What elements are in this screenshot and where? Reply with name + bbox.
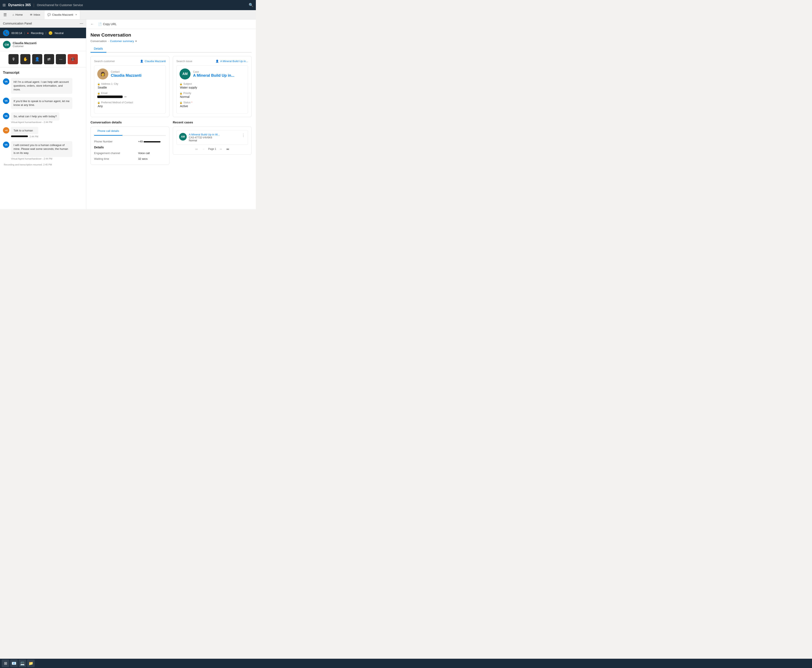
module-name: Omnichannel for Customer Service <box>37 3 83 7</box>
tab-details[interactable]: Details <box>90 45 106 53</box>
back-arrow-icon[interactable]: ← <box>90 22 94 26</box>
chat-bubble: I will connect you to a human colleague … <box>11 141 72 157</box>
list-item: VA So, what can I help you with today? V… <box>3 112 83 124</box>
pagination-info: Page 1 <box>208 147 216 150</box>
last-page-button[interactable]: ⏭ <box>225 147 231 151</box>
breadcrumb-conversation[interactable]: Conversation <box>90 40 107 43</box>
search-customer-value[interactable]: 👤 Claudia Mazzanti <box>140 60 166 63</box>
contact-card-top: 👩 Contact Claudia Mazzanti <box>97 68 162 79</box>
grid-icon[interactable]: ⊞ <box>3 3 6 7</box>
status-value: Active <box>179 104 245 108</box>
details-sub-header: Details <box>94 145 104 149</box>
contact-card-name[interactable]: Claudia Mazzanti <box>111 73 141 78</box>
app-name: Dynamics 365 <box>8 3 31 7</box>
engagement-channel-value: Voice call <box>138 152 150 155</box>
minimize-icon[interactable]: — <box>80 22 83 25</box>
tab-home-label: Home <box>15 13 23 16</box>
conversation-tabs: Details <box>90 45 252 53</box>
chat-bubble: Hi! I'm a virtual agent. I can help with… <box>11 78 72 94</box>
first-page-button[interactable]: ⏮ <box>194 147 199 151</box>
list-item: VA I will connect you to a human colleag… <box>3 141 83 160</box>
details-card: Phone call details Phone Number +49 <box>90 127 169 165</box>
communication-panel: Communication Panel — 📞 00:00:14 | ● Rec… <box>0 20 86 209</box>
main-layout: Communication Panel — 📞 00:00:14 | ● Rec… <box>0 20 256 209</box>
tab-claudia[interactable]: 💬 Claudia Mazzanti ✕ <box>44 10 80 19</box>
case-item-priority: Normal <box>189 139 239 142</box>
edit-icon[interactable]: ✏ <box>124 95 127 99</box>
priority-label: Priority <box>183 92 191 95</box>
case-card-inner: AM Case A Mineral Build Up in... 🔒 Subje… <box>176 65 248 114</box>
contact-card-inner: 👩 Contact Claudia Mazzanti 🔒 Address 1: … <box>94 65 166 114</box>
hold-button[interactable]: ✋ <box>20 54 30 64</box>
list-item: +4 Talk to a human 2:44 PM <box>3 127 83 138</box>
action-buttons: 🎙 ✋ 👤 ⇄ ··· 📵 <box>0 51 86 67</box>
case-name-link[interactable]: A Mineral Build Up in... <box>220 60 248 63</box>
contact-row: CM Claudia Mazzanti Customer <box>0 38 86 51</box>
tab-close-claudia[interactable]: ✕ <box>75 13 77 16</box>
call-timer: 00:00:14 <box>12 32 22 35</box>
contact-role: Customer <box>13 45 37 48</box>
search-icon[interactable]: 🔍 <box>249 3 253 7</box>
case-item-avatar: AM <box>179 133 187 140</box>
email-redacted <box>97 95 123 98</box>
chat-meta: Virtual Agent humanhandover - 2:44 PM <box>11 121 59 124</box>
cards-row-2: Conversation details Phone call details … <box>90 120 252 165</box>
end-call-button[interactable]: 📵 <box>68 54 78 64</box>
contact-avatar: CM <box>3 41 10 48</box>
case-item-row: AM A Mineral Build Up in W... CAS-47732-… <box>179 133 245 142</box>
breadcrumb: Conversation · Customer summary ▾ <box>90 40 252 43</box>
search-customer-label: Search customer <box>94 60 115 63</box>
hamburger-menu[interactable]: ☰ <box>2 12 8 18</box>
phone-number-row: Phone Number +49 <box>94 139 166 144</box>
recent-cases-card: AM A Mineral Build Up in W... CAS-47732-… <box>173 127 252 155</box>
tab-home[interactable]: ⌂ Home <box>9 10 26 19</box>
waiting-time-value: 32 secs <box>138 157 147 160</box>
tab-inbox-label: Inbox <box>33 13 40 16</box>
case-title[interactable]: A Mineral Build Up in... <box>193 73 234 78</box>
recording-dot: ● <box>27 31 29 35</box>
transfer-button[interactable]: ⇄ <box>44 54 54 64</box>
prev-page-button[interactable]: ← <box>201 147 206 151</box>
lock-icon: 🔒 <box>97 83 100 85</box>
copy-url-label: Copy URL <box>103 22 117 26</box>
chat-icon: 💬 <box>47 13 51 16</box>
tab-phone-call-details[interactable]: Phone call details <box>94 127 122 136</box>
call-separator2: | <box>45 32 46 35</box>
email-field: 🔒 Email ✏ <box>97 92 162 99</box>
phone-number-value: +49 <box>138 140 161 143</box>
more-button[interactable]: ··· <box>56 54 66 64</box>
phone-number-label: Phone Number <box>94 140 136 143</box>
status-label: Status <box>183 101 191 104</box>
preferred-contact-field: 🔒 Preferred Method of Contact Any <box>97 101 162 108</box>
right-panel-header: ← 📄 Copy URL <box>86 20 256 29</box>
copy-url-button[interactable]: 📄 Copy URL <box>96 22 119 27</box>
next-page-button[interactable]: → <box>218 147 224 151</box>
contact-name: Claudia Mazzanti <box>13 42 37 45</box>
customer-name-link[interactable]: Claudia Mazzanti <box>145 60 166 63</box>
engagement-channel-row: Engagement channel Voice call <box>94 150 166 156</box>
inbox-icon: ✉ <box>30 13 32 16</box>
email-label: Email <box>101 92 107 95</box>
add-person-button[interactable]: 👤 <box>32 54 42 64</box>
more-options-icon[interactable]: ⋮ <box>241 133 245 138</box>
redacted-content <box>11 135 28 137</box>
engagement-channel-label: Engagement channel <box>94 152 136 155</box>
va-avatar: VA <box>3 98 9 104</box>
contact-type: Contact <box>111 70 141 73</box>
tab-inbox[interactable]: ✉ Inbox <box>27 10 44 19</box>
subject-label: Subject <box>183 82 192 85</box>
cards-area: Search customer 👤 Claudia Mazzanti 👩 Con… <box>86 53 256 209</box>
case-item-name[interactable]: A Mineral Build Up in W... <box>189 133 239 136</box>
case-card-top: AM Case A Mineral Build Up in... <box>179 68 245 79</box>
mute-button[interactable]: 🎙 <box>8 54 18 64</box>
waiting-time-label: Waiting time <box>94 157 136 160</box>
list-item: VA Hi! I'm a virtual agent. I can help w… <box>3 78 83 94</box>
breadcrumb-dot: · <box>108 40 109 43</box>
search-issue-label: Search issue <box>176 60 192 63</box>
search-issue-value[interactable]: 👤 A Mineral Build Up in... <box>216 60 248 63</box>
home-icon: ⌂ <box>12 13 14 16</box>
breadcrumb-summary[interactable]: Customer summary <box>110 40 134 43</box>
transcript-title: Transcript <box>3 71 83 75</box>
copy-icon: 📄 <box>98 22 102 26</box>
call-separator: | <box>24 32 25 35</box>
